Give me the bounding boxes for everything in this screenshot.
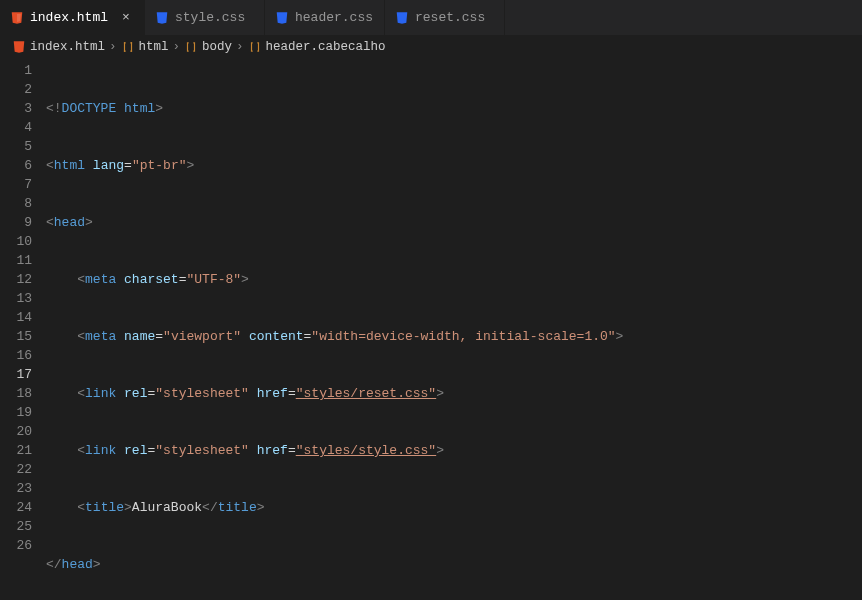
line-number: 10 (0, 232, 32, 251)
line-number: 2 (0, 80, 32, 99)
line-number: 24 (0, 498, 32, 517)
tab-label: reset.css (415, 10, 485, 25)
line-number-gutter: 1234567891011121314151617181920212223242… (0, 59, 46, 600)
brackets-icon (184, 40, 198, 54)
chevron-right-icon: › (173, 40, 181, 54)
code-line[interactable]: <!DOCTYPE html> (46, 99, 862, 118)
line-number: 20 (0, 422, 32, 441)
line-number: 26 (0, 536, 32, 555)
code-line[interactable]: <html lang="pt-br"> (46, 156, 862, 175)
tabs-bar: index.html × style.css header.css reset.… (0, 0, 862, 35)
brackets-icon (121, 40, 135, 54)
close-icon[interactable]: × (118, 10, 134, 25)
tab-style-css[interactable]: style.css (145, 0, 265, 35)
code-area[interactable]: <!DOCTYPE html> <html lang="pt-br"> <hea… (46, 59, 862, 600)
line-number: 25 (0, 517, 32, 536)
line-number: 9 (0, 213, 32, 232)
code-line[interactable]: <head> (46, 213, 862, 232)
line-number: 21 (0, 441, 32, 460)
html-file-icon (12, 40, 26, 54)
breadcrumb-item[interactable]: header.cabecalho (266, 40, 386, 54)
code-line[interactable]: <link rel="stylesheet" href="styles/styl… (46, 441, 862, 460)
tab-label: style.css (175, 10, 245, 25)
html-file-icon (10, 11, 24, 25)
css-file-icon (275, 11, 289, 25)
chevron-right-icon: › (109, 40, 117, 54)
line-number: 22 (0, 460, 32, 479)
line-number: 6 (0, 156, 32, 175)
code-line[interactable]: <title>AluraBook</title> (46, 498, 862, 517)
line-number: 19 (0, 403, 32, 422)
line-number: 3 (0, 99, 32, 118)
line-number: 16 (0, 346, 32, 365)
line-number: 7 (0, 175, 32, 194)
css-file-icon (395, 11, 409, 25)
tab-header-css[interactable]: header.css (265, 0, 385, 35)
css-file-icon (155, 11, 169, 25)
line-number: 12 (0, 270, 32, 289)
line-number: 14 (0, 308, 32, 327)
breadcrumb-item[interactable]: html (139, 40, 169, 54)
line-number: 11 (0, 251, 32, 270)
line-number: 13 (0, 289, 32, 308)
line-number: 4 (0, 118, 32, 137)
code-line[interactable]: <meta charset="UTF-8"> (46, 270, 862, 289)
line-number: 1 (0, 61, 32, 80)
line-number: 8 (0, 194, 32, 213)
brackets-icon (248, 40, 262, 54)
line-number: 15 (0, 327, 32, 346)
tab-label: header.css (295, 10, 373, 25)
breadcrumb: index.html › html › body › header.cabeca… (0, 35, 862, 59)
code-line[interactable]: <meta name="viewport" content="width=dev… (46, 327, 862, 346)
tab-label: index.html (30, 10, 108, 25)
line-number: 17 (0, 365, 32, 384)
line-number: 18 (0, 384, 32, 403)
tab-index-html[interactable]: index.html × (0, 0, 145, 35)
line-number: 23 (0, 479, 32, 498)
tab-reset-css[interactable]: reset.css (385, 0, 505, 35)
editor[interactable]: 1234567891011121314151617181920212223242… (0, 59, 862, 600)
breadcrumb-item[interactable]: body (202, 40, 232, 54)
code-line[interactable]: </head> (46, 555, 862, 574)
breadcrumb-item[interactable]: index.html (30, 40, 105, 54)
chevron-right-icon: › (236, 40, 244, 54)
line-number: 5 (0, 137, 32, 156)
code-line[interactable]: <link rel="stylesheet" href="styles/rese… (46, 384, 862, 403)
